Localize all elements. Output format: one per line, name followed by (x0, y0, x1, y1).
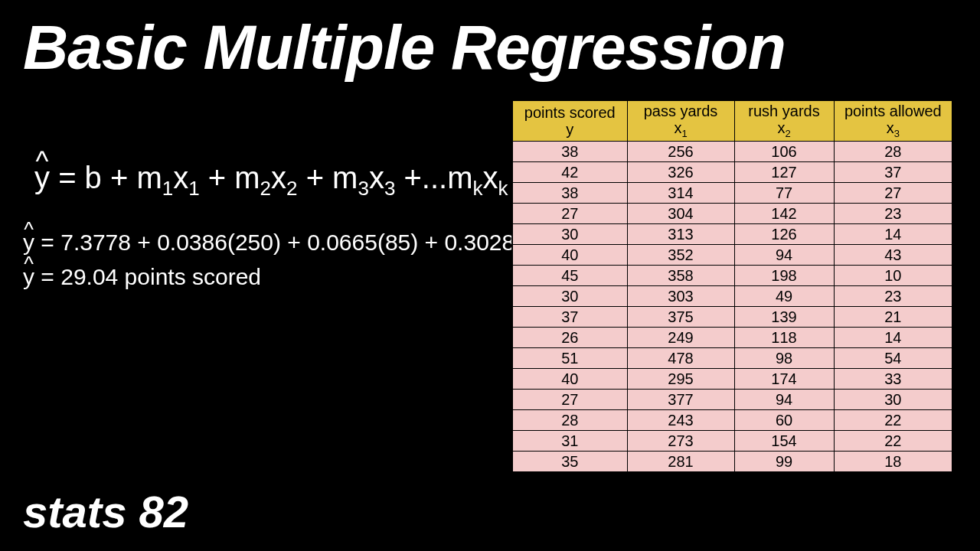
table-cell: 14 (834, 328, 952, 348)
data-table: points scored y pass yards x1 rush yards… (511, 99, 953, 473)
table-cell: 28 (834, 142, 952, 162)
footer-label: stats 82 (23, 486, 188, 537)
table-cell: 49 (734, 286, 834, 307)
table-cell: 38 (512, 142, 627, 162)
table-cell: 174 (734, 369, 834, 390)
table-cell: 314 (627, 183, 734, 204)
table-cell: 377 (627, 390, 734, 410)
eq-filled-text: = 7.3778 + 0.0386(250) + 0.0665(85) + 0.… (41, 230, 555, 255)
table-row: 3127315422 (512, 431, 952, 452)
table-cell: 94 (734, 390, 834, 410)
table-cell: 127 (734, 162, 834, 183)
yhat-symbol: y (23, 230, 34, 256)
table-row: 3825610628 (512, 142, 952, 162)
table-row: 2730414223 (512, 204, 952, 224)
slide-title: Basic Multiple Regression (23, 11, 786, 83)
table-cell: 37 (834, 162, 952, 183)
table-cell: 313 (627, 224, 734, 245)
col-header-x3: points allowed x3 (834, 100, 952, 142)
table-cell: 295 (627, 369, 734, 390)
table-cell: 326 (627, 162, 734, 183)
table-cell: 38 (512, 183, 627, 204)
table-cell: 281 (627, 452, 734, 473)
table-cell: 27 (834, 183, 952, 204)
table-cell: 27 (512, 390, 627, 410)
table-cell: 273 (627, 431, 734, 452)
table-cell: 37 (512, 307, 627, 328)
table-cell: 304 (627, 204, 734, 224)
table-cell: 77 (734, 183, 834, 204)
table-cell: 30 (512, 224, 627, 245)
table-cell: 40 (512, 245, 627, 266)
equation-general: y = b + m1x1 + m2x2 + m3x3 +...mkxk (34, 161, 508, 201)
table-row: 3737513921 (512, 307, 952, 328)
table-cell: 375 (627, 307, 734, 328)
table-cell: 98 (734, 348, 834, 369)
table-cell: 22 (834, 431, 952, 452)
table-cell: 31 (512, 431, 627, 452)
col-header-y: points scored y (512, 100, 627, 142)
table-header-row: points scored y pass yards x1 rush yards… (512, 100, 952, 142)
table-cell: 139 (734, 307, 834, 328)
table-row: 4232612737 (512, 162, 952, 183)
table-cell: 198 (734, 266, 834, 286)
col-header-x1: pass yards x1 (627, 100, 734, 142)
table-cell: 243 (627, 410, 734, 431)
equation-substituted: y = 7.3778 + 0.0386(250) + 0.0665(85) + … (23, 230, 556, 256)
eq-result-text: = 29.04 points scored (41, 264, 261, 289)
table-cell: 256 (627, 142, 734, 162)
table-cell: 28 (512, 410, 627, 431)
table-cell: 60 (734, 410, 834, 431)
table-row: 352819918 (512, 452, 952, 473)
table-cell: 30 (512, 286, 627, 307)
table-cell: 27 (512, 204, 627, 224)
table-row: 4535819810 (512, 266, 952, 286)
table-row: 303034923 (512, 286, 952, 307)
table-cell: 94 (734, 245, 834, 266)
yhat-symbol: y (34, 161, 50, 195)
equation-result: y = 29.04 points scored (23, 264, 261, 290)
yhat-symbol: y (23, 264, 34, 290)
table-cell: 249 (627, 328, 734, 348)
table-cell: 478 (627, 348, 734, 369)
table-cell: 21 (834, 307, 952, 328)
table-cell: 154 (734, 431, 834, 452)
table-body: 3825610628423261273738314772727304142233… (512, 142, 952, 473)
table-cell: 30 (834, 390, 952, 410)
table-row: 2624911814 (512, 328, 952, 348)
table-cell: 26 (512, 328, 627, 348)
table-cell: 51 (512, 348, 627, 369)
table-cell: 45 (512, 266, 627, 286)
table-cell: 35 (512, 452, 627, 473)
table-cell: 22 (834, 410, 952, 431)
col-header-x2: rush yards x2 (734, 100, 834, 142)
table-cell: 23 (834, 286, 952, 307)
table-cell: 14 (834, 224, 952, 245)
eq-text: = b + m1x1 + m2x2 + m3x3 +...mkxk (58, 161, 508, 194)
table-row: 403529443 (512, 245, 952, 266)
table-cell: 54 (834, 348, 952, 369)
table-cell: 352 (627, 245, 734, 266)
table-cell: 42 (512, 162, 627, 183)
table-row: 383147727 (512, 183, 952, 204)
table-cell: 23 (834, 204, 952, 224)
table-row: 282436022 (512, 410, 952, 431)
table-cell: 99 (734, 452, 834, 473)
table-cell: 126 (734, 224, 834, 245)
table-cell: 106 (734, 142, 834, 162)
table-row: 3031312614 (512, 224, 952, 245)
table-row: 4029517433 (512, 369, 952, 390)
table-cell: 40 (512, 369, 627, 390)
table-cell: 303 (627, 286, 734, 307)
table-row: 273779430 (512, 390, 952, 410)
table-cell: 358 (627, 266, 734, 286)
table-cell: 43 (834, 245, 952, 266)
table-cell: 142 (734, 204, 834, 224)
table-row: 514789854 (512, 348, 952, 369)
table-cell: 33 (834, 369, 952, 390)
table-cell: 10 (834, 266, 952, 286)
table-cell: 18 (834, 452, 952, 473)
table-cell: 118 (734, 328, 834, 348)
